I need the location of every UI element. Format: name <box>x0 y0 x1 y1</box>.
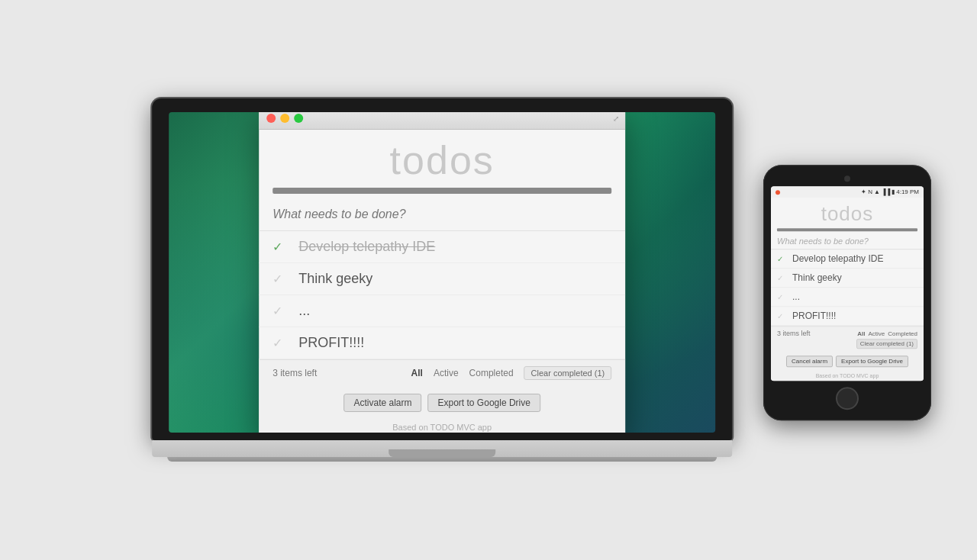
todo-list: ✓ Develop telepathy IDE ✓ Think geeky ✓ … <box>259 231 625 359</box>
check-icon[interactable]: ✓ <box>272 240 289 254</box>
clear-completed-button[interactable]: Clear completed (1) <box>524 366 612 380</box>
phone-clear-completed-button[interactable]: Clear completed (1) <box>856 339 917 349</box>
window-minimize-button[interactable] <box>280 114 289 123</box>
phone-credit: Based on TODO MVC app <box>771 371 924 381</box>
time-display: 4:19 PM <box>896 188 919 195</box>
check-icon[interactable]: ✓ <box>777 274 788 282</box>
phone-camera <box>844 175 850 182</box>
todo-text: ... <box>792 291 800 302</box>
todo-input[interactable] <box>272 204 611 224</box>
wifi-icon: ▲ <box>874 188 880 195</box>
filter-buttons: All Active Completed <box>408 366 517 380</box>
todo-text: Think geeky <box>298 271 372 287</box>
check-icon[interactable]: ✓ <box>777 293 788 301</box>
phone-progress-bar <box>777 228 917 231</box>
list-item: ✓ ... <box>771 288 924 307</box>
laptop-screen-outer: ⤢ todos ✓ <box>152 98 732 440</box>
app-window: ⤢ todos ✓ <box>259 112 625 433</box>
bluetooth-icon: ✦ <box>861 188 866 195</box>
check-icon[interactable]: ✓ <box>272 304 289 318</box>
list-item: ✓ Develop telepathy IDE <box>259 231 625 263</box>
activate-alarm-button[interactable]: Activate alarm <box>343 394 421 412</box>
check-icon[interactable]: ✓ <box>272 272 289 286</box>
progress-bar <box>272 188 611 194</box>
phone-status-left <box>775 190 783 195</box>
phone-footer: 3 items left All Active Completed Clear … <box>771 326 924 352</box>
laptop-screen-bg: ⤢ todos ✓ <box>169 112 715 433</box>
credit-text: Based on TODO MVC app <box>392 423 492 432</box>
phone-home-button[interactable] <box>836 387 859 410</box>
phone-items-left: 3 items left <box>777 330 811 337</box>
app-title: todos <box>259 130 625 188</box>
check-icon[interactable]: ✓ <box>777 312 788 320</box>
phone-filter-all[interactable]: All <box>857 330 865 337</box>
notification-dot <box>775 190 780 195</box>
window-buttons <box>266 114 303 123</box>
phone-filter-active[interactable]: Active <box>869 330 885 337</box>
todo-text: Think geeky <box>792 272 842 283</box>
phone-input-placeholder: What needs to be done? <box>777 237 869 246</box>
list-item: ✓ PROFIT!!!! <box>259 327 625 359</box>
phone-screen: ✦ N ▲ ▐▐ ▮ 4:19 PM todos What needs to b… <box>771 186 924 381</box>
list-item: ✓ ... <box>259 295 625 327</box>
todo-text: PROFIT!!!! <box>792 311 836 321</box>
items-left-count: 3 items left <box>272 368 400 378</box>
todo-text: Develop telepathy IDE <box>298 239 435 255</box>
battery-icon: ▮ <box>892 188 895 195</box>
todo-text: PROFIT!!!! <box>298 335 364 351</box>
phone-input-row: What needs to be done? <box>771 233 924 249</box>
filter-active[interactable]: Active <box>430 366 462 380</box>
phone: ✦ N ▲ ▐▐ ▮ 4:19 PM todos What needs to b… <box>763 165 931 420</box>
phone-outer: ✦ N ▲ ▐▐ ▮ 4:19 PM todos What needs to b… <box>763 165 931 420</box>
phone-todo-list: ✓ Develop telepathy IDE ✓ Think geeky ✓ … <box>771 249 924 326</box>
scene: ⤢ todos ✓ <box>0 0 977 560</box>
phone-footer-row1: 3 items left All Active Completed <box>777 330 917 337</box>
phone-filter-buttons: All Active Completed <box>857 330 917 337</box>
window-titlebar: ⤢ <box>259 112 625 130</box>
phone-cancel-alarm-button[interactable]: Cancel alarm <box>786 356 833 367</box>
laptop-base <box>152 440 732 457</box>
window-expand-icon: ⤢ <box>613 114 619 122</box>
nfc-icon: N <box>868 188 872 195</box>
export-google-drive-button[interactable]: Export to Google Drive <box>428 394 540 412</box>
todo-text: Develop telepathy IDE <box>792 253 883 264</box>
phone-filter-completed[interactable]: Completed <box>888 330 917 337</box>
filter-completed[interactable]: Completed <box>466 366 517 380</box>
window-close-button[interactable] <box>266 114 276 123</box>
todo-footer: 3 items left All Active Completed Clear … <box>259 359 625 386</box>
list-item: ✓ Develop telepathy IDE <box>771 249 924 269</box>
phone-statusbar: ✦ N ▲ ▐▐ ▮ 4:19 PM <box>771 186 924 198</box>
list-item: ✓ PROFIT!!!! <box>771 307 924 326</box>
list-item: ✓ Think geeky <box>771 269 924 288</box>
check-icon[interactable]: ✓ <box>272 336 289 350</box>
app-credit: Based on TODO MVC app <box>259 420 625 433</box>
window-maximize-button[interactable] <box>294 114 303 123</box>
todo-text: ... <box>298 303 310 319</box>
check-icon[interactable]: ✓ <box>777 255 788 263</box>
todo-input-row <box>259 198 625 231</box>
phone-export-button[interactable]: Export to Google Drive <box>836 356 908 367</box>
action-buttons-row: Activate alarm Export to Google Drive <box>259 386 625 420</box>
list-item: ✓ Think geeky <box>259 263 625 295</box>
phone-app-title: todos <box>771 198 924 228</box>
filter-all[interactable]: All <box>408 366 426 380</box>
laptop-foot <box>167 457 717 462</box>
progress-bar-container <box>259 188 625 194</box>
signal-icon: ▐▐ <box>882 188 890 195</box>
phone-action-buttons: Cancel alarm Export to Google Drive <box>771 352 924 371</box>
phone-status-right: ✦ N ▲ ▐▐ ▮ 4:19 PM <box>861 188 919 195</box>
laptop: ⤢ todos ✓ <box>152 98 732 462</box>
